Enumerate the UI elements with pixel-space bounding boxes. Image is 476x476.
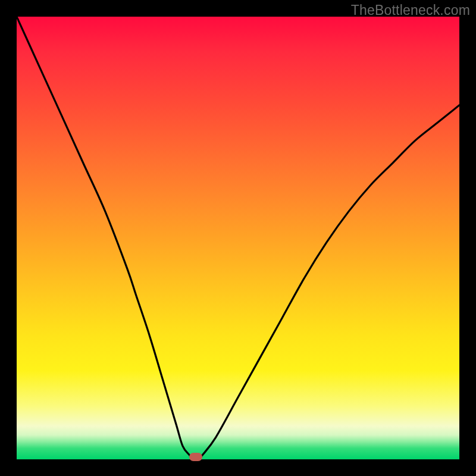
plot-area xyxy=(17,17,459,459)
chart-frame: TheBottleneck.com xyxy=(0,0,476,476)
watermark-text: TheBottleneck.com xyxy=(351,2,470,18)
bottleneck-curve xyxy=(17,17,459,459)
optimal-point-marker xyxy=(189,453,202,461)
